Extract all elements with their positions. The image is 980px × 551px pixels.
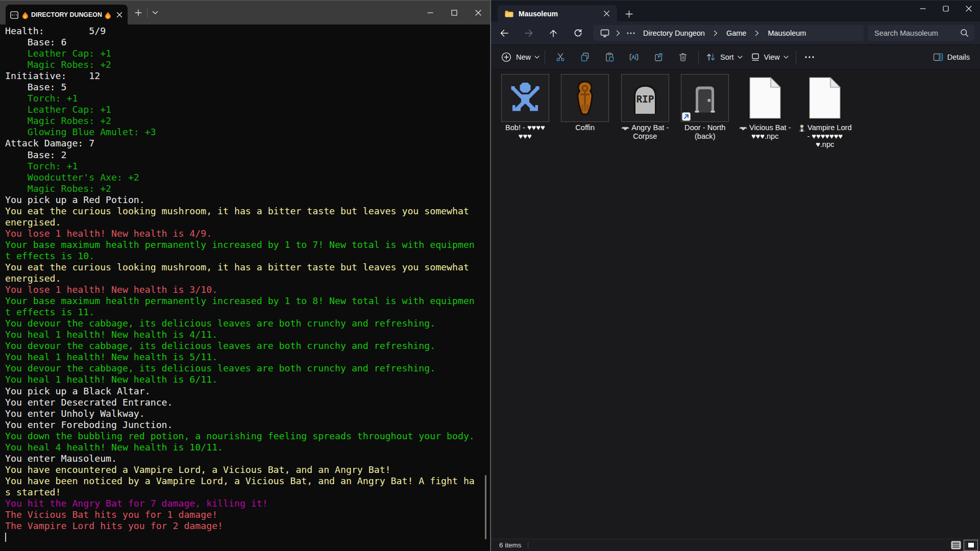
file-thumbnail[interactable]: RIP: [621, 74, 669, 122]
terminal-line: You pick up a Black Altar.: [5, 386, 490, 397]
terminal-line: You hit the Angry Bat for 7 damage, kill…: [5, 498, 490, 509]
terminal-line: You eat the curious looking mushroom, it…: [5, 262, 490, 273]
terminal-line: You heal 4 health! New health is 10/11.: [5, 442, 490, 453]
rename-icon: [629, 52, 639, 62]
terminal-scrollbar[interactable]: [485, 475, 486, 539]
tab-dropdown-button[interactable]: [149, 7, 161, 19]
forward-button[interactable]: [520, 24, 537, 42]
terminal-line: Your base maximum health permanently inc…: [5, 295, 490, 307]
terminal-line: You lose 1 health! New health is 3/10.: [5, 284, 490, 295]
tab-close-icon[interactable]: [114, 9, 125, 20]
breadcrumb-item[interactable]: Directory Dungeon: [638, 29, 710, 37]
explorer-tab-title: Mausoleum: [519, 10, 558, 18]
breadcrumb-item[interactable]: Game: [721, 29, 752, 37]
terminal-line: You down the bubbling red potion, a nour…: [5, 431, 490, 442]
terminal-line: You have encountered a Vampire Lord, a V…: [5, 464, 490, 475]
terminal-line: You heal 1 health! New health is 4/11.: [5, 329, 490, 340]
search-icon[interactable]: [960, 29, 969, 38]
trash-icon: [678, 52, 688, 62]
tab-close-icon[interactable]: [600, 7, 613, 20]
file-name: Coffin: [555, 123, 615, 132]
terminal-line: Your base maximum health permanently inc…: [5, 239, 490, 251]
sort-button[interactable]: Sort: [702, 48, 747, 66]
close-button[interactable]: [957, 1, 980, 16]
terminal-line: Health: 5/9: [5, 26, 490, 37]
bat-icon: [739, 125, 747, 131]
terminal-line: You enter Mausoleum.: [5, 453, 490, 464]
terminal-line: Attack Damage: 7: [5, 138, 490, 149]
file-item[interactable]: Coffin: [555, 74, 616, 132]
plus-circle-icon: [501, 52, 511, 62]
shortcut-overlay: [682, 112, 691, 121]
new-tab-button[interactable]: [132, 7, 145, 19]
share-button[interactable]: [646, 48, 671, 66]
command-prompt-icon: c:\: [10, 11, 18, 19]
file-name: Angry Bat -Corpse: [615, 123, 675, 140]
paste-button[interactable]: [597, 48, 622, 66]
close-button[interactable]: [466, 1, 490, 25]
refresh-button[interactable]: [569, 24, 586, 42]
cut-button[interactable]: [548, 48, 573, 66]
file-name: Bob! - ♥♥♥♥♥♥♥: [495, 123, 555, 140]
file-name: Vicious Bat -♥♥♥.npc: [735, 123, 795, 140]
chevron-down-icon: [738, 56, 743, 59]
this-pc-icon[interactable]: [597, 27, 612, 39]
breadcrumb-item[interactable]: Mausoleum: [763, 29, 811, 37]
view-button[interactable]: View: [747, 48, 793, 66]
file-item[interactable]: RIP Angry Bat -Corpse: [615, 74, 675, 140]
terminal-line: Base: 2: [5, 149, 490, 161]
view-icon: [751, 53, 760, 62]
terminal-line: Magic Robes: +2: [5, 115, 490, 127]
terminal-line: s started!: [5, 487, 490, 498]
minimize-button[interactable]: [418, 1, 442, 25]
terminal-line: You pick up a Red Potion.: [5, 194, 490, 206]
file-thumbnail[interactable]: [681, 74, 729, 122]
breadcrumb-overflow-button[interactable]: [624, 27, 638, 39]
file-item[interactable]: Door - North(back): [675, 74, 736, 140]
terminal-line: You have been noticed by a Vampire Lord,…: [5, 475, 490, 487]
explorer-tab[interactable]: Mausoleum: [498, 5, 617, 22]
file-thumbnail[interactable]: [741, 74, 789, 122]
file-item[interactable]: Vampire Lord- ♥♥♥♥♥♥♥♥.npc: [795, 74, 855, 149]
sort-button-label: Sort: [720, 53, 734, 61]
minimize-button[interactable]: [911, 1, 934, 16]
file-thumbnail[interactable]: [561, 74, 609, 122]
breadcrumb-bar[interactable]: Directory DungeonGameMausoleum: [593, 25, 864, 41]
terminal-output[interactable]: Health: 5/9 Base: 6 Leather Cap: +1 Magi…: [0, 24, 490, 551]
rename-button[interactable]: [622, 48, 646, 66]
search-box[interactable]: Search Mausoleum: [868, 25, 974, 41]
terminal-line: You devour the cabbage, its delicious le…: [5, 363, 490, 374]
large-icons-view-toggle[interactable]: [964, 540, 978, 551]
up-button[interactable]: [545, 24, 562, 42]
status-divider: [528, 542, 528, 548]
terminal-line: The Vicious Bat hits you for 1 damage!: [5, 509, 490, 520]
explorer-window-controls: [911, 1, 980, 16]
terminal-titlebar: c:\ DIRECTORY DUNGEON: [0, 0, 490, 24]
new-button[interactable]: New: [499, 48, 542, 66]
file-item[interactable]: Bob! - ♥♥♥♥♥♥♥: [495, 74, 555, 140]
terminal-line: You lose 1 health! New health is 4/9.: [5, 228, 490, 239]
terminal-cursor-line: [5, 532, 490, 543]
delete-button[interactable]: [671, 48, 695, 66]
file-item[interactable]: Vicious Bat -♥♥♥.npc: [735, 74, 795, 140]
terminal-tab[interactable]: c:\ DIRECTORY DUNGEON: [6, 5, 128, 25]
terminal-line: You eat the curious looking mushroom, it…: [5, 206, 490, 217]
back-button[interactable]: [496, 24, 513, 42]
screen: c:\ DIRECTORY DUNGEON: [0, 0, 980, 551]
copy-button[interactable]: [573, 48, 597, 66]
shortcut-arrow-icon: [682, 112, 691, 121]
chevron-right-icon: [710, 27, 721, 39]
toolbar-divider: [545, 51, 545, 64]
terminal-window-controls: [418, 1, 490, 25]
new-tab-button[interactable]: [622, 7, 636, 21]
terminal-line: Base: 5: [5, 82, 490, 93]
see-more-button[interactable]: [799, 48, 820, 66]
details-button[interactable]: Details: [933, 48, 970, 66]
maximize-button[interactable]: [442, 1, 466, 25]
chevron-right-icon: [751, 27, 763, 39]
file-thumbnail[interactable]: [801, 74, 849, 122]
file-thumbnail[interactable]: [501, 74, 549, 122]
list-view-toggle[interactable]: [950, 540, 962, 550]
maximize-button[interactable]: [934, 1, 957, 16]
terminal-window: c:\ DIRECTORY DUNGEON: [0, 0, 491, 551]
